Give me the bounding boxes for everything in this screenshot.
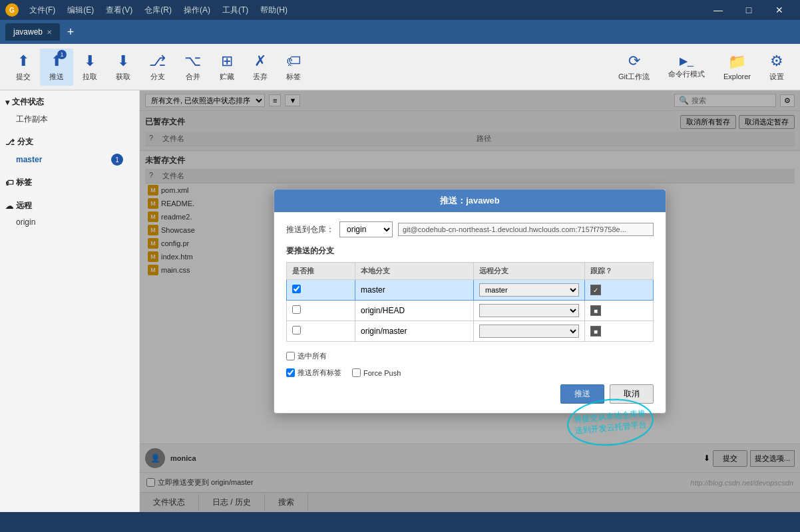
sidebar-tags-header[interactable]: 🏷 标签 xyxy=(0,174,139,192)
branch-label: 分支 xyxy=(150,72,165,82)
explorer-button[interactable]: 📁 Explorer xyxy=(714,49,760,84)
menu-tools[interactable]: 工具(T) xyxy=(217,3,254,17)
branch-push-checkbox[interactable] xyxy=(292,305,301,314)
repo-label: 推送到仓库： xyxy=(286,224,334,235)
remote-branch-select[interactable] xyxy=(479,304,579,317)
select-all-text: 选中所有 xyxy=(298,351,327,361)
col-remote: 远程分支 xyxy=(474,263,585,280)
chevron-down-icon: ▾ xyxy=(5,98,9,107)
tab-label: javaweb xyxy=(13,27,43,37)
track-cell: ■ xyxy=(584,301,653,321)
branch-push-checkbox[interactable] xyxy=(292,326,301,334)
commit-button[interactable]: ⬆ 提交 xyxy=(7,49,40,86)
tags-section-label: 标签 xyxy=(16,177,32,188)
menu-view[interactable]: 查看(V) xyxy=(100,3,138,17)
maximize-button[interactable]: □ xyxy=(733,0,764,20)
remote-select-cell xyxy=(479,325,579,338)
title-bar: G 文件(F) 编辑(E) 查看(V) 仓库(R) 操作(A) 工具(T) 帮助… xyxy=(0,0,800,20)
pull-label: 拉取 xyxy=(83,72,97,82)
sidebar-item-master[interactable]: master 1 xyxy=(0,151,139,168)
menu-edit[interactable]: 编辑(E) xyxy=(62,3,99,17)
remote-branch-select[interactable] xyxy=(479,325,579,338)
select-all-checkbox[interactable] xyxy=(286,352,295,360)
explorer-icon: 📁 xyxy=(728,53,746,70)
stash-icon: ⊞ xyxy=(221,53,233,70)
force-push-label[interactable]: Force Push xyxy=(352,368,401,377)
branch-section-icon: ⎇ xyxy=(5,138,15,147)
annotation-text: 将提交从本地仓库推送到开发云托管平台 xyxy=(574,408,648,437)
discard-label: 丢弃 xyxy=(253,72,268,82)
settings-button[interactable]: ⚙ 设置 xyxy=(760,49,793,86)
sidebar-file-status-header[interactable]: ▾ 文件状态 xyxy=(0,93,139,111)
select-all-label[interactable]: 选中所有 xyxy=(286,351,327,361)
push-checkbox-cell[interactable] xyxy=(287,321,355,342)
branch-icon: ⎇ xyxy=(149,53,166,70)
sidebar-section-remotes: ☁ 远程 origin xyxy=(0,194,139,232)
table-row[interactable]: master master ✓ xyxy=(287,280,654,301)
track-checkbox[interactable]: ■ xyxy=(590,326,601,336)
terminal-icon: ▶_ xyxy=(680,55,694,67)
branch-push-checkbox[interactable] xyxy=(292,285,301,293)
commit-label: 提交 xyxy=(16,72,31,82)
force-push-checkbox[interactable] xyxy=(352,368,361,377)
merge-button[interactable]: ⌥ 合并 xyxy=(175,49,210,86)
commit-icon: ⬆ xyxy=(17,53,29,70)
track-checkbox[interactable]: ✓ xyxy=(590,285,601,295)
tag-icon: 🏷 xyxy=(286,53,301,70)
sidebar-item-origin[interactable]: origin xyxy=(0,215,139,229)
push-tags-label[interactable]: 推送所有标签 xyxy=(286,368,341,378)
remote-branch-cell: master xyxy=(474,280,585,301)
remote-section-icon: ☁ xyxy=(5,201,13,211)
gitflow-button[interactable]: ⟳ Git工作流 xyxy=(609,49,659,86)
tag-label: 标签 xyxy=(286,72,301,82)
track-checkbox[interactable]: ■ xyxy=(590,305,601,316)
terminal-button[interactable]: ▶_ 命令行模式 xyxy=(659,51,714,83)
close-button[interactable]: ✕ xyxy=(764,0,795,20)
table-row[interactable]: origin/master ■ xyxy=(287,321,654,342)
menu-help[interactable]: 帮助(H) xyxy=(255,3,293,17)
minimize-button[interactable]: — xyxy=(703,0,733,20)
repo-url-input[interactable] xyxy=(398,223,654,236)
stash-button[interactable]: ⊞ 贮藏 xyxy=(210,49,244,86)
push-icon: ⬆1 xyxy=(51,53,63,70)
track-cell: ■ xyxy=(584,321,653,342)
track-cell: ✓ xyxy=(584,280,653,301)
push-tags-checkbox[interactable] xyxy=(286,368,295,377)
tab-close-icon[interactable]: ✕ xyxy=(47,29,52,36)
discard-icon: ✗ xyxy=(254,53,266,70)
menu-file[interactable]: 文件(F) xyxy=(24,3,61,17)
remote-select-cell xyxy=(479,304,579,317)
menu-action[interactable]: 操作(A) xyxy=(178,3,216,17)
sidebar-remotes-header[interactable]: ☁ 远程 xyxy=(0,197,139,215)
sidebar-section-file-status: ▾ 文件状态 工作副本 xyxy=(0,90,139,130)
gitflow-icon: ⟳ xyxy=(628,53,640,70)
table-row[interactable]: origin/HEAD ■ xyxy=(287,301,654,321)
tab-javaweb[interactable]: javaweb ✕ xyxy=(5,23,60,41)
settings-label: 设置 xyxy=(769,72,784,82)
sidebar-item-work-copy[interactable]: 工作副本 xyxy=(0,111,139,128)
remote-branch-cell xyxy=(474,321,585,342)
tag-button[interactable]: 🏷 标签 xyxy=(277,49,310,86)
repo-select[interactable]: origin xyxy=(339,221,393,237)
branch-button[interactable]: ⎇ 分支 xyxy=(140,49,175,86)
pull-button[interactable]: ⬇ 拉取 xyxy=(73,49,106,86)
add-tab-button[interactable]: + xyxy=(63,24,79,40)
toolbar: ⬆ 提交 ⬆1 推送 ⬇ 拉取 ⬇ 获取 ⎇ 分支 ⌥ 合并 ⊞ 贮藏 ✗ 丢弃… xyxy=(0,44,800,90)
push-checkbox-cell[interactable] xyxy=(287,301,355,321)
discard-button[interactable]: ✗ 丢弃 xyxy=(244,49,277,86)
tab-bar: javaweb ✕ + xyxy=(0,20,800,44)
push-modal: 推送：javaweb 推送到仓库： origin 要推送的分支 xyxy=(274,189,666,414)
branch-table-header-row: 是否推 本地分支 远程分支 跟踪？ xyxy=(287,263,654,280)
remote-branch-cell xyxy=(474,301,585,321)
gitflow-label: Git工作流 xyxy=(618,72,650,82)
col-push: 是否推 xyxy=(287,263,355,280)
menu-repo[interactable]: 仓库(R) xyxy=(139,3,177,17)
content-area: 所有文件, 已依照选中状态排序 ≡ ▼ 🔍 ⚙ 已暂存文件 取消所有暂存 取消选… xyxy=(140,90,800,512)
remote-select-cell: master xyxy=(479,283,579,297)
fetch-button[interactable]: ⬇ 获取 xyxy=(106,49,140,86)
push-button[interactable]: ⬆1 推送 xyxy=(40,49,73,86)
pull-icon: ⬇ xyxy=(84,53,96,70)
push-checkbox-cell[interactable] xyxy=(287,280,355,301)
remote-branch-select[interactable]: master xyxy=(479,283,579,297)
sidebar-branches-header[interactable]: ⎇ 分支 xyxy=(0,133,139,151)
